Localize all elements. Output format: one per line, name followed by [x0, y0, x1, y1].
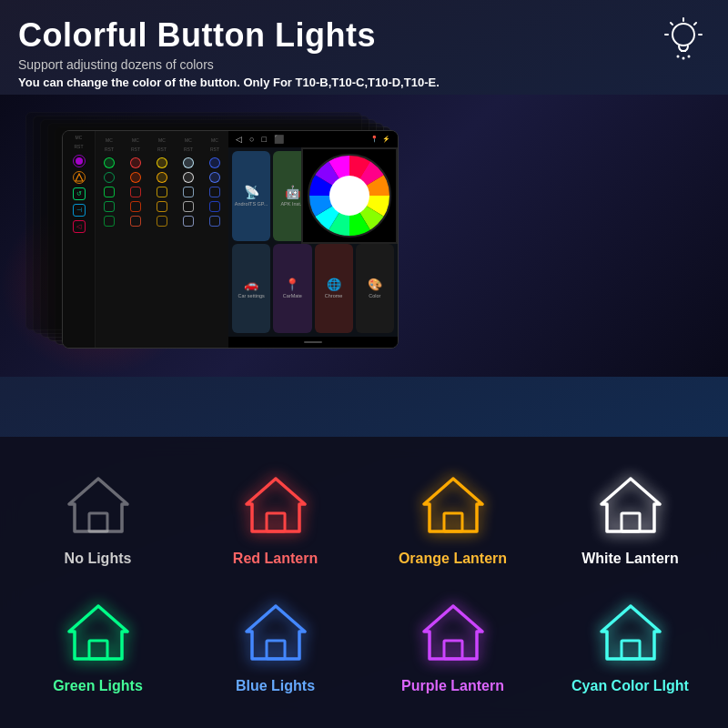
light-label-red-lantern: Red Lantern: [233, 551, 318, 567]
extra-button-columns: MC RST MC RST: [96, 131, 228, 348]
header: Colorful Button Lights Support adjusting…: [0, 0, 728, 95]
house-icon-orange-lantern: [417, 471, 490, 540]
svg-point-9: [688, 56, 691, 58]
house-icon-purple-lantern: [417, 599, 490, 667]
button-column: MC RST ↺ ⊣: [63, 131, 96, 348]
light-item-red-lantern[interactable]: Red Lantern: [187, 455, 364, 582]
svg-rect-13: [89, 513, 107, 531]
svg-rect-17: [89, 641, 107, 659]
svg-rect-16: [622, 513, 640, 531]
svg-rect-14: [267, 513, 285, 531]
svg-rect-20: [622, 641, 640, 659]
light-item-orange-lantern[interactable]: Orange Lantern: [364, 455, 541, 582]
house-icon-blue-lights: [239, 599, 312, 667]
svg-point-8: [682, 57, 685, 60]
house-icon-red-lantern: [239, 471, 312, 540]
device-area: MC RST ↺ ⊣: [0, 95, 728, 377]
svg-point-0: [672, 24, 694, 46]
svg-point-7: [677, 56, 680, 58]
header-note: You can change the color of the button. …: [18, 76, 710, 89]
header-subtitle: Support adjusting dozens of colors: [18, 57, 710, 72]
house-icon-cyan-color-light: [594, 599, 667, 667]
light-label-purple-lantern: Purple Lantern: [401, 678, 504, 694]
light-label-white-lantern: White Lantern: [581, 551, 679, 567]
bulb-icon: [661, 16, 706, 62]
light-label-no-lights: No Lights: [65, 551, 132, 567]
lights-section: No Lights Red Lantern Orange Lantern: [0, 437, 728, 728]
page-title: Colorful Button Lights: [18, 16, 710, 55]
house-icon-no-lights: [62, 471, 135, 540]
light-item-cyan-color-light[interactable]: Cyan Color LIght: [541, 582, 719, 710]
svg-line-4: [694, 23, 696, 25]
color-wheel: [304, 150, 395, 241]
lights-grid: No Lights Red Lantern Orange Lantern: [0, 437, 728, 728]
svg-rect-19: [444, 641, 462, 659]
page-wrapper: Colorful Button Lights Support adjusting…: [0, 0, 728, 728]
light-label-green-lights: Green Lights: [53, 678, 143, 694]
light-label-orange-lantern: Orange Lantern: [399, 551, 507, 567]
light-item-green-lights[interactable]: Green Lights: [9, 582, 187, 710]
light-label-cyan-color-light: Cyan Color LIght: [571, 678, 689, 694]
svg-marker-10: [76, 174, 83, 181]
light-item-white-lantern[interactable]: White Lantern: [541, 455, 719, 582]
light-label-blue-lights: Blue Lights: [236, 678, 315, 694]
house-icon-white-lantern: [594, 471, 667, 540]
house-icon-green-lights: [62, 599, 135, 667]
light-item-no-lights[interactable]: No Lights: [9, 455, 187, 582]
light-item-purple-lantern[interactable]: Purple Lantern: [364, 582, 541, 710]
svg-rect-18: [267, 641, 285, 659]
light-item-blue-lights[interactable]: Blue Lights: [187, 582, 364, 710]
svg-point-11: [329, 176, 369, 216]
svg-line-3: [671, 23, 672, 25]
svg-rect-15: [444, 513, 462, 531]
